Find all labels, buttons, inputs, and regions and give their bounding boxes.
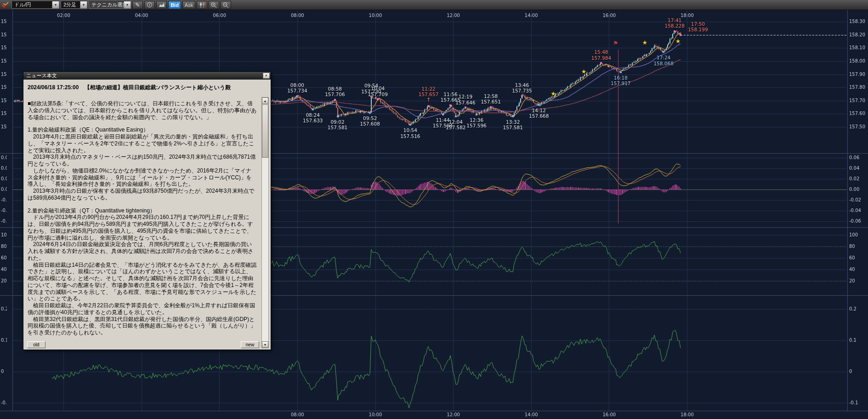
chevron-down-icon: ▼ <box>80 1 87 8</box>
news-headline: 2024/06/18 17:25:00 【相場の細道】植田日銀総裁:バランスシー… <box>28 84 258 92</box>
news-paragraph: 2013年3月末時点のマネタリー・ベースは約150兆円、2024年3月末時点では… <box>28 154 257 167</box>
news-paragraph: 植田第32代日銀総裁は、黒田第31代日銀総裁が発行した国債の半分、国内総生産(G… <box>28 316 257 336</box>
zoom-in-button[interactable] <box>209 1 219 9</box>
news-paragraph: 2.量的金融引締政策（QT：Quantitative tightening） <box>28 207 257 214</box>
news-paragraph: しかしながら、物価目標2.0%になかなか到達できなかったため、2016年2月に「… <box>28 167 257 188</box>
timeframe-select[interactable]: 2分足 ▼ <box>61 1 87 9</box>
toolbar: ドル/円 ▼ 2分足 ▼ テクニカル選択 ▼ ✎ i Bid Ask <box>0 0 868 10</box>
news-paragraph: ドル円が2013年4月の90円台から2024年4月29日の160.17円まで約7… <box>28 214 257 241</box>
info-icon: i <box>147 2 152 7</box>
scrollbar-track[interactable]: ▲ ▼ <box>261 97 269 348</box>
zoom-out-button[interactable] <box>221 1 231 9</box>
news-dialog: ニュース本文 × 2024/06/18 17:25:00 【相場の細道】植田日銀… <box>23 71 271 350</box>
news-paragraph: 2013年4月に黒田日銀総裁と岩田日銀副総裁が「異次元の量的・質的金融緩和」を打… <box>28 133 257 154</box>
candle-chart-icon <box>199 2 205 8</box>
currency-pair-select[interactable]: ドル/円 ▼ <box>11 1 59 9</box>
news-paragraph: 植田日銀総裁は14日の記者会見で、「市場がどう消化するかをみてきたが、ある程度確… <box>28 262 257 303</box>
draw-tool-button[interactable]: ✎ <box>132 1 143 9</box>
area-chart-icon <box>159 2 165 7</box>
new-button[interactable]: new <box>241 341 259 348</box>
technical-select[interactable]: テクニカル選択 ▼ <box>89 1 131 9</box>
bid-toggle-button[interactable]: Bid <box>168 1 181 9</box>
old-button[interactable]: old <box>27 341 45 348</box>
zoom-in-icon <box>210 2 217 8</box>
close-button[interactable]: × <box>263 73 270 79</box>
info-button[interactable]: i <box>144 1 155 9</box>
scrollbar-thumb[interactable] <box>262 104 268 158</box>
news-paragraph: 1.量的金融緩和政策（QE：Quantitative Easing） <box>28 126 257 133</box>
zoom-out-icon <box>222 2 229 8</box>
news-paragraph: ■財政法第5条:「すべて、公債の発行については、日本銀行にこれを引き受けさせ、又… <box>28 100 257 121</box>
candle-chart-button[interactable] <box>197 1 207 9</box>
scrollbar-down-button[interactable]: ▼ <box>262 341 268 348</box>
currency-pair-value: ドル/円 <box>12 1 52 8</box>
scrollbar-up-button[interactable]: ▲ <box>262 98 268 104</box>
news-paragraph: 2013年3月時点の日銀が保有する国債残高は93兆8750億円だったが、2024… <box>28 188 257 201</box>
chevron-down-icon: ▼ <box>124 1 130 8</box>
technical-value: テクニカル選択 <box>89 1 124 8</box>
chevron-down-icon: ▼ <box>52 1 59 8</box>
news-paragraph: 2024年6月14日の日銀金融政策決定会合では、月間6兆円程度としていた長期国債… <box>28 241 257 261</box>
timeframe-value: 2分足 <box>61 1 80 8</box>
news-paragraph <box>28 121 257 126</box>
close-icon: × <box>265 73 267 78</box>
app-logo-icon <box>2 1 9 8</box>
news-paragraph: 植田日銀総裁は、今年2月22日の衆院予算委員会で、金利全般が1%上昇すれば日銀保… <box>28 302 257 316</box>
dialog-title: ニュース本文 <box>26 73 57 78</box>
dialog-titlebar[interactable]: ニュース本文 <box>23 72 271 80</box>
news-body: ■財政法第5条:「すべて、公債の発行については、日本銀行にこれを引き受けさせ、又… <box>28 100 257 348</box>
news-paragraph <box>28 201 257 207</box>
ask-toggle-button[interactable]: Ask <box>182 1 195 9</box>
pencil-icon: ✎ <box>135 2 140 8</box>
area-chart-button[interactable] <box>156 1 167 9</box>
